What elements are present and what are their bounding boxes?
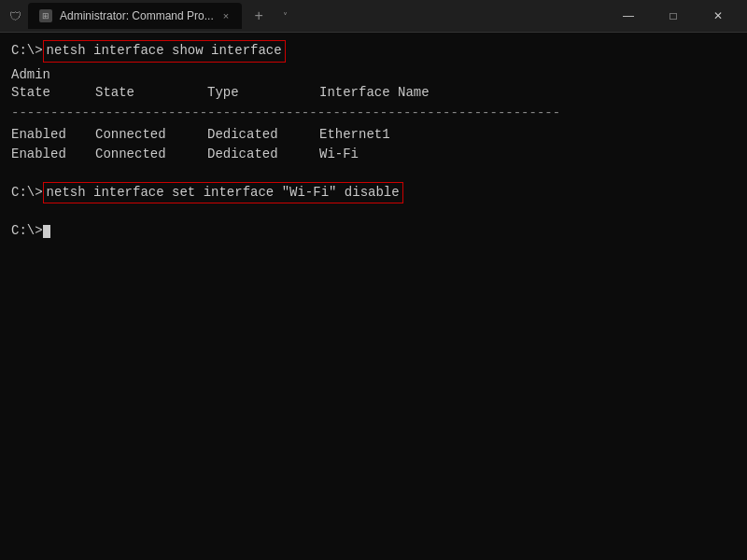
maximize-button[interactable]: □ [652,0,695,33]
row1-state: Connected [95,126,207,145]
tab-icon: ⊞ [39,9,52,22]
table-header: Admin StateStateTypeInterface Name [11,66,736,103]
window-controls: — □ ✕ [607,0,740,33]
shield-icon: 🛡 [7,8,22,23]
col-admin-header: Admin State [11,66,95,103]
title-bar: 🛡 ⊞ Administrator: Command Pro... × + ˅ … [0,0,747,33]
row2-state: Connected [95,146,207,164]
cursor [43,225,50,238]
command-line-3: C:\> [11,222,736,241]
terminal-tab[interactable]: ⊞ Administrator: Command Pro... × [28,3,242,29]
row1-type: Dedicated [207,126,319,145]
new-tab-button[interactable]: + [247,5,270,27]
row1-admin: Enabled [11,126,95,145]
col-state-header: State [95,84,207,103]
prompt-3: C:\> [11,222,43,241]
dropdown-button[interactable]: ˅ [275,7,294,25]
prompt-1: C:\> [11,42,43,61]
tab-close-button[interactable]: × [221,9,231,22]
row1-name: Ethernet1 [319,126,390,145]
col-type-header: Type [207,84,319,103]
row2-name: Wi-Fi [319,146,359,164]
close-button[interactable]: ✕ [697,0,740,33]
command-line-1: C:\>netsh interface show interface [11,40,736,63]
command-1-text: netsh interface show interface [43,40,286,63]
title-bar-left: 🛡 ⊞ Administrator: Command Pro... × + ˅ [7,3,607,29]
prompt-2: C:\> [11,184,43,203]
row2-type: Dedicated [207,146,319,164]
command-2-text: netsh interface set interface "Wi-Fi" di… [43,182,403,204]
table-separator: ----------------------------------------… [11,105,736,123]
minimize-button[interactable]: — [607,0,650,33]
row2-admin: Enabled [11,146,95,164]
command-line-2: C:\>netsh interface set interface "Wi-Fi… [11,182,736,204]
table-row: EnabledConnectedDedicatedEthernet1 [11,126,736,145]
col-name-header: Interface Name [319,84,430,103]
blank-line-2 [11,205,736,222]
terminal-window: C:\>netsh interface show interface Admin… [0,33,747,560]
blank-line-1 [11,165,736,182]
tab-label: Administrator: Command Pro... [60,9,214,22]
table-row: EnabledConnectedDedicatedWi-Fi [11,146,736,164]
